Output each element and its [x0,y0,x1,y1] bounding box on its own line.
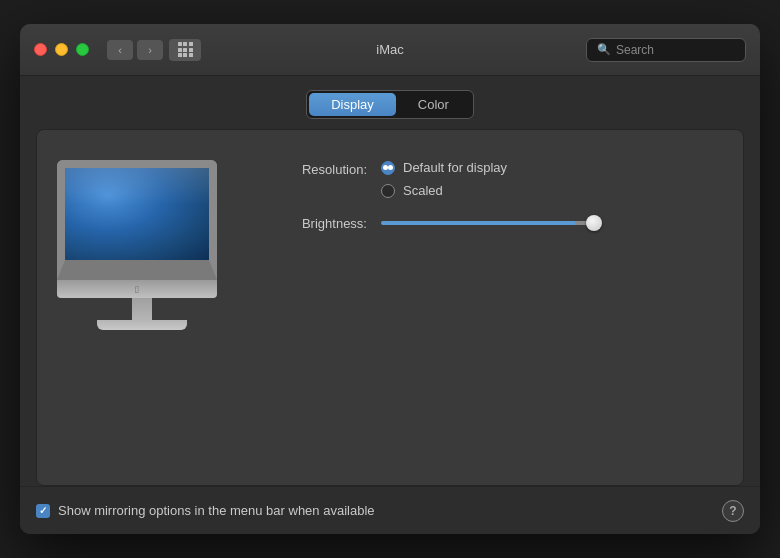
checkmark-icon: ✓ [39,505,47,516]
help-icon: ? [729,504,736,518]
resolution-scaled-radio[interactable] [381,184,395,198]
back-icon: ‹ [118,44,122,56]
brightness-row: Brightness: [257,214,723,231]
content-area: Display Color  [20,76,760,534]
grid-icon [178,42,193,57]
search-input[interactable] [616,43,735,57]
imac-base [97,320,187,330]
resolution-scaled-option[interactable]: Scaled [381,183,507,198]
imac-illustration:  [57,160,227,320]
forward-button[interactable]: › [137,40,163,60]
forward-icon: › [148,44,152,56]
tabs: Display Color [306,90,474,119]
settings-area: Resolution: Default for display Scaled [257,160,723,231]
mirroring-label: Show mirroring options in the menu bar w… [58,503,375,518]
radio-selected-dot [383,165,388,170]
titlebar: ‹ › iMac 🔍 [20,24,760,76]
grid-view-button[interactable] [169,39,201,61]
imac-neck [132,298,152,320]
bottom-bar: ✓ Show mirroring options in the menu bar… [20,486,760,534]
search-icon: 🔍 [597,43,611,56]
close-button[interactable] [34,43,47,56]
maximize-button[interactable] [76,43,89,56]
brightness-label: Brightness: [257,214,367,231]
imac-screen [65,168,209,260]
tab-color[interactable]: Color [396,93,471,116]
main-window: ‹ › iMac 🔍 Display Color [20,24,760,534]
brightness-slider[interactable] [381,221,601,225]
display-panel:  Resolution: [36,129,744,486]
traffic-lights [34,43,89,56]
resolution-label: Resolution: [257,160,367,177]
help-button[interactable]: ? [722,500,744,522]
resolution-row: Resolution: Default for display Scaled [257,160,723,198]
resolution-default-option[interactable]: Default for display [381,160,507,175]
nav-buttons: ‹ › [107,40,163,60]
imac-chin:  [57,280,217,298]
resolution-scaled-label: Scaled [403,183,443,198]
panel-inner:  Resolution: [37,130,743,485]
mirroring-checkbox[interactable]: ✓ [36,504,50,518]
search-box[interactable]: 🔍 [586,38,746,62]
imac-monitor [57,160,217,280]
tab-display[interactable]: Display [309,93,396,116]
mirroring-checkbox-row: ✓ Show mirroring options in the menu bar… [36,503,722,518]
brightness-thumb[interactable] [586,215,602,231]
apple-logo-icon:  [135,284,139,295]
resolution-default-label: Default for display [403,160,507,175]
tabs-container: Display Color [20,76,760,129]
minimize-button[interactable] [55,43,68,56]
back-button[interactable]: ‹ [107,40,133,60]
window-title: iMac [376,42,403,57]
resolution-default-radio[interactable] [381,161,395,175]
resolution-options: Default for display Scaled [381,160,507,198]
